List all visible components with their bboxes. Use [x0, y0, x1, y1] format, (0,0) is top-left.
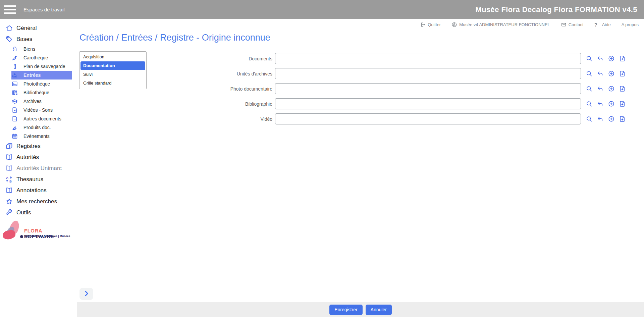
header-link-a-propos[interactable]: A propos — [622, 22, 639, 27]
flora-software-logo: FLORA SOFTWARE Bibliothèques | Archives … — [3, 220, 71, 244]
cancel-button[interactable]: Annuler — [366, 305, 392, 315]
search-icon[interactable] — [586, 70, 593, 77]
field-label: Photo documentaire — [0, 86, 275, 92]
sidebar-item-label: Thesaurus — [16, 176, 43, 183]
field-actions — [586, 70, 626, 77]
knight-icon — [11, 46, 18, 52]
undo-icon[interactable] — [597, 85, 604, 92]
entry-form: DocumentsUnités d'archivesPhoto document… — [0, 53, 644, 128]
copies-icon — [5, 142, 13, 150]
form-row-bibliographie: Bibliographie — [0, 98, 644, 109]
add-file-icon[interactable] — [619, 85, 626, 92]
unites-d-archives-input[interactable] — [275, 68, 581, 79]
user-icon — [451, 22, 457, 28]
sidebar-item-autorites[interactable]: Autorités — [0, 152, 72, 163]
field-label: Bibliographie — [0, 101, 275, 107]
next-page-button[interactable] — [79, 288, 93, 300]
field-actions — [586, 115, 626, 122]
add-circle-icon[interactable] — [608, 115, 615, 122]
search-icon[interactable] — [586, 55, 593, 62]
documents-input[interactable] — [275, 53, 581, 64]
open-book-icon — [5, 153, 13, 161]
hamburger-menu-icon[interactable] — [4, 5, 16, 14]
sidebar-item-thesaurus[interactable]: ABThesaurus — [0, 174, 72, 185]
undo-icon[interactable] — [597, 55, 604, 62]
header-link-quitter[interactable]: Quitter — [420, 22, 441, 28]
sidebar-item-evenements[interactable]: Evènements — [11, 132, 72, 141]
header-link-label: Quitter — [428, 22, 441, 27]
sidebar-item-outils[interactable]: Outils — [0, 207, 72, 218]
undo-icon[interactable] — [597, 115, 604, 122]
add-circle-icon[interactable] — [608, 70, 615, 77]
logo-petal — [2, 229, 16, 240]
exit-icon — [420, 22, 426, 28]
envelope-icon — [561, 22, 567, 28]
footer-action-bar: Enregistrer Annuler — [77, 302, 644, 317]
sidebar-item-annotations[interactable]: Annotations — [0, 185, 72, 196]
app-title: Musée Flora Decalog Flora FORMATION v4.5 — [475, 0, 637, 19]
sidebar-item-biens[interactable]: Biens — [11, 45, 72, 53]
header-link-label: A propos — [622, 22, 639, 27]
logo-brand-primary: FLORA — [24, 228, 42, 233]
photo-documentaire-input[interactable] — [275, 83, 581, 94]
open-book-icon — [5, 164, 13, 172]
sidebar-item-label: Général — [16, 25, 37, 32]
topbar: Espaces de travail Musée Flora Decalog F… — [0, 0, 644, 19]
sidebar-item-label: Registres — [16, 143, 41, 150]
header-link-musee-v4-administrateur-fonctionnel[interactable]: Musée v4 ADMINISTRATEUR FONCTIONNEL — [451, 22, 550, 28]
sort-alpha-icon: AB — [5, 175, 13, 183]
search-icon[interactable] — [586, 115, 593, 122]
sidebar-item-label: Autorités — [16, 154, 39, 161]
wrench-icon — [5, 209, 13, 216]
logo-tagline: Bibliothèques | Archives | Musées — [24, 234, 70, 238]
video-input[interactable] — [275, 113, 581, 124]
header-link-contact[interactable]: Contact — [561, 22, 584, 28]
sidebar-item-label: Autorités Unimarc — [16, 165, 62, 172]
undo-icon[interactable] — [597, 70, 604, 77]
sidebar-item-label: Biens — [23, 46, 35, 52]
logo-dot — [20, 235, 23, 238]
workspaces-label[interactable]: Espaces de travail — [23, 7, 65, 12]
open-book-icon — [5, 187, 13, 194]
search-icon[interactable] — [586, 85, 593, 92]
bibliographie-input[interactable] — [275, 98, 581, 109]
header-link-aide[interactable]: ?Aide — [594, 22, 611, 28]
add-circle-icon[interactable] — [608, 55, 615, 62]
sidebar-item-label: Annotations — [16, 187, 47, 194]
calendar-icon — [11, 133, 18, 140]
field-actions — [586, 100, 626, 107]
sidebar-item-mes-recherches[interactable]: Mes recherches — [0, 196, 72, 207]
svg-text:B: B — [9, 179, 12, 183]
sidebar-item-bases[interactable]: Bases — [0, 34, 72, 45]
app-window: Espaces de travail Musée Flora Decalog F… — [0, 0, 644, 317]
add-file-icon[interactable] — [619, 55, 626, 62]
sidebar-item-label: Bases — [16, 36, 32, 43]
sidebar-item-label: Evènements — [23, 134, 50, 139]
form-row-unites-d-archives: Unités d'archives — [0, 68, 644, 79]
sidebar-item-registres[interactable]: Registres — [0, 141, 72, 152]
save-button[interactable]: Enregistrer — [329, 305, 362, 315]
field-label: Vidéo — [0, 116, 275, 122]
question-icon: ? — [594, 22, 600, 28]
undo-icon[interactable] — [597, 100, 604, 107]
header-link-label: Musée v4 ADMINISTRATEUR FONCTIONNEL — [459, 22, 550, 27]
page-title: Création / Entrées / Registre - Origine … — [79, 33, 270, 43]
star-icon — [5, 198, 13, 205]
sidebar-item-label: Outils — [16, 209, 31, 216]
add-file-icon[interactable] — [619, 115, 626, 122]
form-row-photo-documentaire: Photo documentaire — [0, 83, 644, 94]
search-icon[interactable] — [586, 100, 593, 107]
add-circle-icon[interactable] — [608, 85, 615, 92]
form-row-documents: Documents — [0, 53, 644, 64]
header-links: QuitterMusée v4 ADMINISTRATEUR FONCTIONN… — [72, 19, 644, 30]
add-circle-icon[interactable] — [608, 100, 615, 107]
header-link-label: Aide — [602, 22, 611, 27]
add-file-icon[interactable] — [619, 70, 626, 77]
add-file-icon[interactable] — [619, 100, 626, 107]
sidebar-item-general[interactable]: Général — [0, 22, 72, 34]
sidebar-item-label: Mes recherches — [16, 198, 57, 205]
header-link-label: Contact — [569, 22, 584, 27]
sidebar-item-autorites-unimarc[interactable]: Autorités Unimarc — [0, 163, 72, 174]
field-label: Documents — [0, 56, 275, 61]
svg-text:A: A — [6, 176, 8, 179]
